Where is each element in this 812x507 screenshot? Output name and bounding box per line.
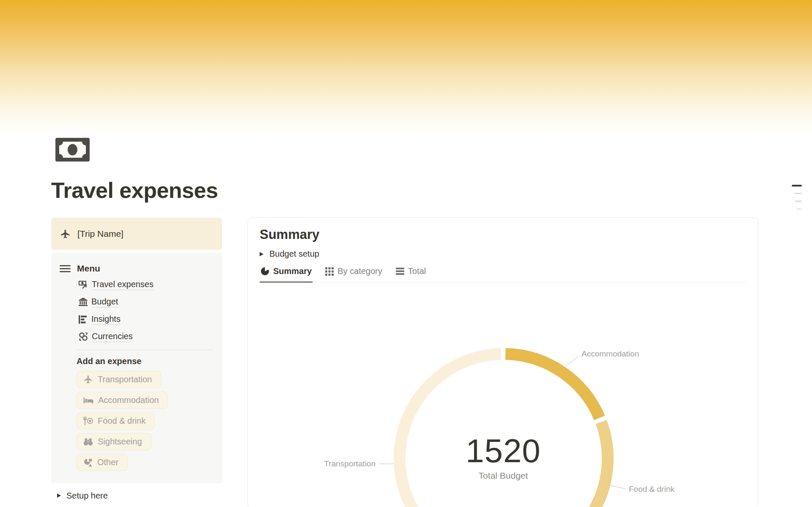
add-accommodation-button[interactable]: Accommodation <box>77 392 168 409</box>
view-tabs: Summary By category Total <box>260 266 746 282</box>
divider <box>77 350 214 350</box>
menu-callout: Menu Travel expenses <box>51 252 222 483</box>
total-budget-value: 1520 <box>466 432 541 470</box>
segment-label-transportation: Transportation <box>324 459 376 469</box>
pie-chart-icon <box>261 267 269 276</box>
summary-card: Summary Budget setup Summary By category <box>247 217 758 507</box>
banknote-icon[interactable] <box>55 138 90 162</box>
tab-total[interactable]: Total <box>395 266 427 282</box>
cover-banner <box>0 0 812 136</box>
trip-name-callout: [Trip Name] <box>51 218 222 250</box>
total-budget-caption: Total Budget <box>479 471 528 481</box>
donut-segment-food-drink[interactable] <box>505 422 608 507</box>
donut-segment-accommodation[interactable] <box>505 354 600 418</box>
grid-icon <box>325 267 334 276</box>
add-transportation-button[interactable]: Transportation <box>77 371 161 388</box>
fork-plate-icon <box>83 417 93 425</box>
add-expense-title: Add an expense <box>77 356 214 366</box>
rows-icon <box>396 268 404 275</box>
toggle-budget-setup[interactable]: Budget setup <box>260 249 746 259</box>
leader-line-accommodation <box>565 356 579 367</box>
bed-icon <box>83 396 93 405</box>
toggle-setup-here[interactable]: Setup here <box>57 489 222 502</box>
menu-link-travel-expenses[interactable]: Travel expenses <box>79 279 214 290</box>
table-of-contents-widget[interactable] <box>792 185 802 210</box>
hamburger-icon <box>60 265 71 273</box>
toggle-triangle-icon <box>57 493 61 498</box>
donut-segment-transportation[interactable] <box>400 354 501 507</box>
card-title: Summary <box>260 227 746 242</box>
toggle-triangle-icon <box>260 252 263 256</box>
add-other-button[interactable]: Other <box>77 454 128 471</box>
tab-summary[interactable]: Summary <box>260 266 313 282</box>
shapes-icon <box>83 458 93 467</box>
sidebar: [Trip Name] Menu <box>51 218 222 507</box>
airplane-icon <box>60 229 71 239</box>
notion-page: Travel expenses [Trip Name] Menu <box>0 0 812 507</box>
segment-label-food-drink: Food & drink <box>629 485 675 494</box>
trip-name-label: [Trip Name] <box>77 229 123 239</box>
menu-link-budget[interactable]: Budget <box>79 296 214 308</box>
menu-link-insights[interactable]: Insights <box>79 313 214 325</box>
leader-line-food-drink <box>610 485 626 489</box>
tab-by-category[interactable]: By category <box>324 266 383 282</box>
airplane-icon <box>83 375 93 384</box>
bank-icon <box>79 298 88 307</box>
currency-exchange-icon <box>79 332 88 341</box>
money-transfer-icon <box>79 280 88 289</box>
binoculars-icon <box>83 438 93 446</box>
segment-label-accommodation: Accommodation <box>582 349 639 359</box>
add-sightseeing-button[interactable]: Sightseeing <box>77 433 151 450</box>
page-title[interactable]: Travel expenses <box>51 178 218 203</box>
donut-arcs[interactable] <box>400 354 608 507</box>
donut-chart: 1520 Total Budget Accommodation Transpor… <box>248 218 758 507</box>
menu-title: Menu <box>77 263 100 274</box>
bar-chart-icon <box>79 315 88 324</box>
menu-link-currencies[interactable]: Currencies <box>79 331 214 343</box>
add-food-drink-button[interactable]: Food & drink <box>77 412 155 430</box>
